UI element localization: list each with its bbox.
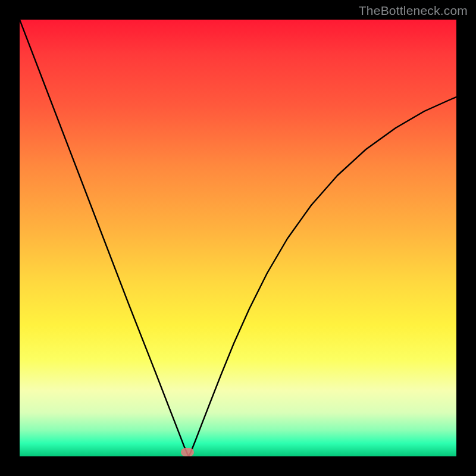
chart-frame: TheBottleneck.com	[0, 0, 476, 476]
plot-area	[20, 20, 456, 456]
bottleneck-curve	[20, 20, 456, 456]
watermark-text: TheBottleneck.com	[359, 4, 468, 18]
minimum-marker	[181, 448, 194, 456]
